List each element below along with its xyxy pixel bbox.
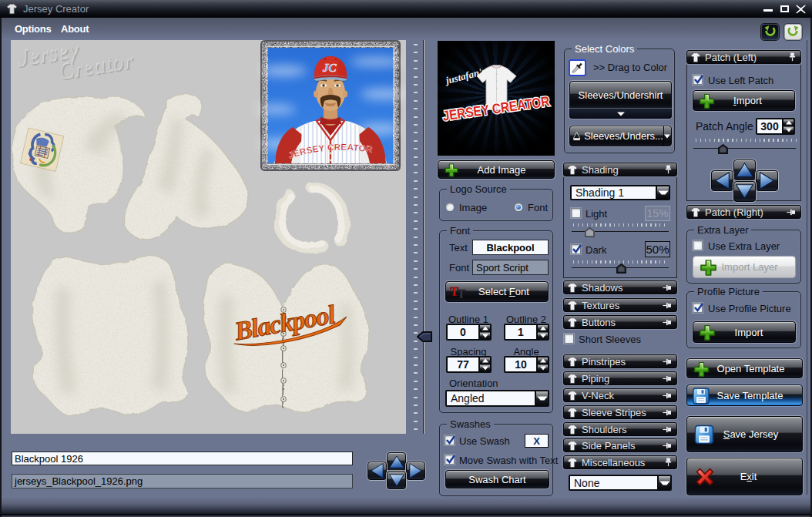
svg-text:T: T xyxy=(457,287,466,300)
svg-text:JC: JC xyxy=(322,62,337,74)
svg-text:justafan's: justafan's xyxy=(443,65,487,87)
